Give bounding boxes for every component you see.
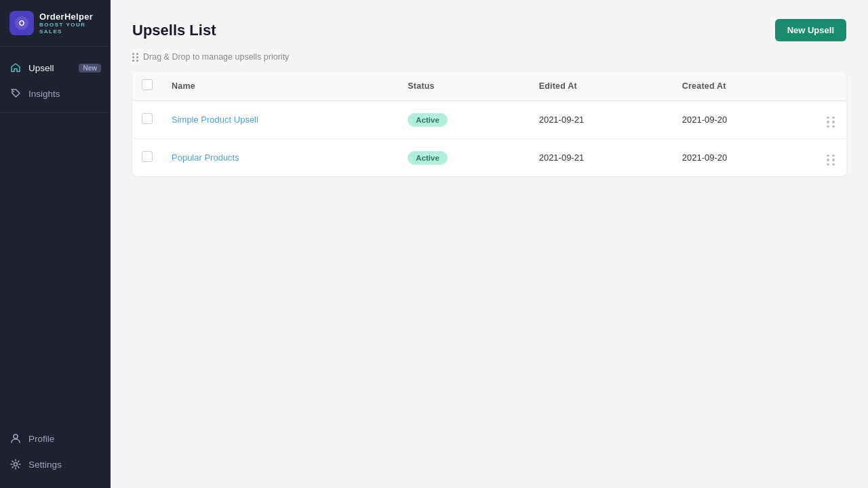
sidebar-item-profile-label: Profile — [28, 434, 54, 444]
row2-checkbox[interactable] — [142, 151, 153, 162]
row2-edited-at: 2021-09-21 — [530, 139, 673, 177]
table-body: Simple Product Upsell Active 2021-09-21 … — [132, 101, 846, 177]
row2-status-cell: Active — [398, 139, 529, 177]
sidebar-item-profile[interactable]: Profile — [0, 426, 111, 451]
upsells-table-container: Name Status Edited At Created At — [132, 71, 846, 176]
logo-text: OrderHelper Boost your sales — [39, 12, 101, 35]
new-badge: New — [79, 64, 101, 73]
drag-hint-icon — [132, 53, 139, 62]
table-header: Name Status Edited At Created At — [132, 71, 846, 101]
table-row: Popular Products Active 2021-09-21 2021-… — [132, 139, 846, 177]
row1-edited-at: 2021-09-21 — [530, 101, 673, 139]
row2-name-link[interactable]: Popular Products — [172, 152, 239, 163]
row2-drag-cell — [816, 139, 846, 177]
nav-bottom: Profile Settings — [0, 420, 111, 488]
row1-status-cell: Active — [398, 101, 529, 139]
settings-icon — [9, 458, 22, 470]
select-all-checkbox[interactable] — [142, 79, 153, 90]
sidebar-item-insights[interactable]: Insights — [0, 81, 111, 106]
row2-drag-handle[interactable] — [825, 153, 837, 167]
row2-created-at: 2021-09-20 — [673, 139, 816, 177]
content-area: Upsells List New Upsell Drag & Drop to m… — [111, 0, 868, 488]
svg-point-2 — [13, 91, 14, 92]
col-header-name: Name — [162, 71, 398, 101]
header-checkbox-cell — [132, 71, 162, 101]
svg-point-3 — [14, 434, 18, 439]
nav-section-main: Upsell New Insights — [0, 47, 111, 420]
nav-divider — [0, 112, 111, 113]
brand-tagline: Boost your sales — [39, 22, 101, 35]
col-header-created-at: Created At — [673, 71, 816, 101]
row2-checkbox-cell — [132, 139, 162, 177]
main-content: Upsells List New Upsell Drag & Drop to m… — [111, 0, 868, 488]
sidebar-item-insights-label: Insights — [28, 89, 60, 99]
page-title: Upsells List — [132, 22, 216, 39]
row2-status-badge: Active — [408, 151, 448, 165]
row1-checkbox-cell — [132, 101, 162, 139]
table-row: Simple Product Upsell Active 2021-09-21 … — [132, 101, 846, 139]
sidebar-item-upsell-label: Upsell — [28, 63, 54, 73]
profile-icon — [9, 432, 22, 445]
col-header-edited-at: Edited At — [530, 71, 673, 101]
page-header: Upsells List New Upsell — [132, 19, 846, 41]
row1-status-badge: Active — [408, 113, 448, 127]
sidebar-item-settings-label: Settings — [28, 460, 62, 470]
upsells-table: Name Status Edited At Created At — [132, 71, 846, 176]
sidebar: O OrderHelper Boost your sales Upsell Ne… — [0, 0, 111, 488]
col-header-actions — [816, 71, 846, 101]
row1-name-cell: Simple Product Upsell — [162, 101, 398, 139]
logo-area: O OrderHelper Boost your sales — [0, 0, 111, 47]
row1-checkbox[interactable] — [142, 113, 153, 124]
logo-icon: O — [9, 11, 34, 35]
home-icon — [9, 62, 22, 74]
row1-name-link[interactable]: Simple Product Upsell — [172, 115, 258, 125]
row2-name-cell: Popular Products — [162, 139, 398, 177]
svg-point-4 — [14, 463, 18, 466]
sidebar-item-upsell[interactable]: Upsell New — [0, 55, 111, 81]
row1-drag-cell — [816, 101, 846, 139]
sidebar-item-settings[interactable]: Settings — [0, 451, 111, 477]
svg-text:O: O — [19, 19, 25, 27]
new-upsell-button[interactable]: New Upsell — [775, 19, 846, 41]
drag-hint-text: Drag & Drop to manage upsells priority — [143, 52, 289, 62]
col-header-status: Status — [398, 71, 529, 101]
row1-created-at: 2021-09-20 — [673, 101, 816, 139]
row1-drag-handle[interactable] — [825, 115, 837, 129]
brand-name: OrderHelper — [39, 12, 101, 22]
tag-icon — [9, 87, 22, 100]
drag-hint: Drag & Drop to manage upsells priority — [132, 52, 846, 62]
